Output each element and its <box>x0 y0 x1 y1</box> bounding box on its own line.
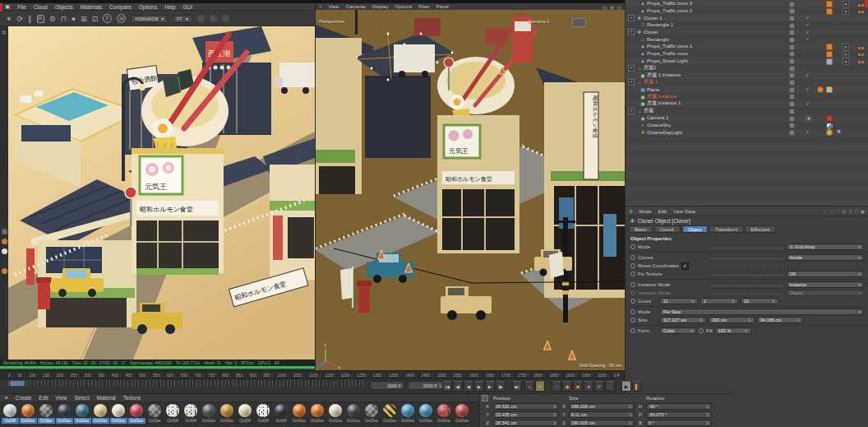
anim-dot-icon[interactable] <box>630 244 635 249</box>
tab-object[interactable]: Object <box>682 225 708 233</box>
visibility-dots[interactable]: ∶ <box>797 72 798 77</box>
visibility-dots[interactable]: ∶ <box>797 50 798 55</box>
menu-item[interactable]: Compare <box>109 4 132 10</box>
add-region-icon[interactable]: ⊞ <box>81 15 87 23</box>
size-field[interactable]: 8.11 cm⇅ <box>569 411 635 418</box>
kernel-settings-icon[interactable]: ⚙ <box>49 15 56 23</box>
viewport-menu-item[interactable]: Cameras <box>345 4 365 9</box>
goto-start-button[interactable]: |◀ <box>442 381 452 392</box>
sun-tag-icon[interactable] <box>826 129 833 136</box>
maximize-icon[interactable]: ▦ <box>610 4 615 10</box>
frame-range-field[interactable]: 2000 F <box>370 381 404 390</box>
menu-item[interactable]: Objects <box>55 4 73 10</box>
material-item[interactable]: OctGlos <box>218 402 236 427</box>
powerslider-mode-button[interactable]: ▶ <box>621 381 631 392</box>
material-item[interactable]: OctGlos <box>417 402 435 427</box>
position-field[interactable]: 26.541 cm⇅ <box>493 420 559 426</box>
visibility-dots[interactable]: ∶ <box>797 58 798 63</box>
count-field[interactable]: 10⇅ <box>741 298 778 304</box>
enable-toggle[interactable] <box>789 2 795 7</box>
enable-toggle[interactable] <box>789 8 795 14</box>
viewport-menu-item[interactable]: View <box>329 4 339 9</box>
enable-toggle[interactable] <box>789 23 795 29</box>
object-row[interactable]: ◉Camera 1∶⊠ <box>626 114 868 122</box>
material-item[interactable]: OctGlos <box>290 402 308 427</box>
anim-dot-icon[interactable] <box>630 255 635 260</box>
menu-item[interactable]: Cloud <box>34 4 48 10</box>
timeline-minor-ticks[interactable] <box>8 380 365 387</box>
enable-toggle[interactable] <box>789 37 795 43</box>
material-menu-item[interactable]: Create <box>16 395 32 401</box>
render-region-icon[interactable]: R <box>37 15 44 23</box>
nav-icon[interactable]: → <box>829 208 834 214</box>
menu-icon[interactable]: ≡ <box>630 209 633 214</box>
anim-dot-icon[interactable] <box>630 318 635 323</box>
expander-icon[interactable]: + <box>628 15 635 21</box>
enable-toggle[interactable] <box>789 72 795 78</box>
material-item[interactable]: OctGlos <box>109 402 127 427</box>
material-menu-item[interactable]: Texture <box>123 395 141 401</box>
material-item[interactable]: OctSpe <box>37 402 55 427</box>
enable-toggle[interactable] <box>789 51 795 57</box>
count-field[interactable]: 1⇅ <box>700 298 738 304</box>
timeline-scroll-handle[interactable] <box>10 381 25 386</box>
object-row[interactable]: ▲Props_Traffic cone∶× <box>626 50 868 58</box>
tab-effectors[interactable]: Effectors <box>745 225 776 233</box>
hdr-dropdown[interactable]: HDR/sRGB▾ <box>131 15 168 23</box>
visibility-dots[interactable]: ∶ <box>797 108 798 113</box>
object-row[interactable]: ▣房屋 1 Instance∶✓ <box>626 72 868 79</box>
step-mode-dropdown[interactable]: Per Step▾ <box>660 309 864 315</box>
size-field[interactable]: 117.127 cm⇅ <box>660 317 706 323</box>
menu-icon[interactable]: ≡ <box>5 395 8 401</box>
material-item[interactable]: OctGlos <box>435 402 453 427</box>
nav-icon[interactable]: ↑ <box>837 208 839 214</box>
key-rotation-button[interactable]: ■ <box>573 381 583 392</box>
selection-tag-icon[interactable] <box>858 9 865 14</box>
attr-menu-item[interactable]: Edit <box>658 209 667 214</box>
object-row[interactable]: ☀OctaneDayLight∶✓✲ <box>626 128 868 136</box>
position-field[interactable]: 39.531 cm⇅ <box>493 403 559 410</box>
menu-item[interactable]: Options <box>139 4 157 10</box>
view-mode-label[interactable]: Perspective <box>319 19 344 24</box>
material-ball-icon[interactable] <box>2 248 7 254</box>
visibility-dots[interactable]: ∶ <box>797 115 798 120</box>
material-item[interactable]: OctDiff <box>164 402 182 427</box>
position-field[interactable]: 23.435 cm⇅ <box>493 411 559 418</box>
material-ball-icon[interactable] <box>2 258 7 264</box>
menu-item[interactable]: File <box>17 4 25 10</box>
denoise-icon[interactable]: ✶ <box>6 15 12 23</box>
object-row[interactable]: □Rectangle 1∶✓ <box>626 21 868 29</box>
visibility-dots[interactable]: ∶ <box>797 44 798 49</box>
object-row[interactable]: +∗Cloner∶✓ <box>626 29 868 36</box>
clay-mode-icon[interactable]: ⊡ <box>92 15 99 23</box>
nav-icon[interactable]: ◉ <box>861 208 865 214</box>
material-item[interactable]: OctGlos <box>326 402 344 427</box>
material-item[interactable]: OctGlos <box>200 402 218 427</box>
autokey-button[interactable]: ● <box>535 381 545 392</box>
material-ball-icon[interactable] <box>2 268 7 274</box>
anim-dot-icon[interactable] <box>630 309 635 314</box>
material-item[interactable]: OctGlos <box>19 402 37 427</box>
enable-toggle[interactable] <box>789 101 795 107</box>
tab-transform[interactable]: Transform <box>709 225 743 233</box>
material-item[interactable]: OctGlos <box>399 402 417 427</box>
key-pla-button[interactable]: P <box>594 381 604 392</box>
nav-icon[interactable]: ← <box>822 208 827 214</box>
minimize-icon[interactable]: ▤ <box>603 4 607 10</box>
object-row[interactable]: +⌂房屋 1∶ <box>626 79 868 86</box>
form-dropdown[interactable]: Cubic▾ <box>660 327 696 334</box>
selection-tag-icon[interactable] <box>858 45 865 50</box>
anim-dot-icon[interactable] <box>630 299 635 304</box>
viewport-menu-item[interactable]: Filter <box>418 4 429 9</box>
pause-render-icon[interactable]: ∥ <box>28 15 32 23</box>
fill-field[interactable]: 100 %⇅ <box>715 327 751 334</box>
viewport-menu-item[interactable]: Panel <box>436 4 448 9</box>
layout-icon[interactable]: ▧ <box>616 4 621 10</box>
anim-dot-icon[interactable] <box>630 272 635 276</box>
visibility-dots[interactable]: ∶ <box>797 86 798 91</box>
material-menu-item[interactable]: View <box>56 395 67 401</box>
coordinates-menu-icon[interactable] <box>482 395 488 401</box>
visibility-dots[interactable]: ∶ <box>797 93 798 98</box>
enable-toggle[interactable] <box>789 87 795 93</box>
object-row[interactable]: ▲Props_Traffic cone 1∶× <box>626 43 868 50</box>
